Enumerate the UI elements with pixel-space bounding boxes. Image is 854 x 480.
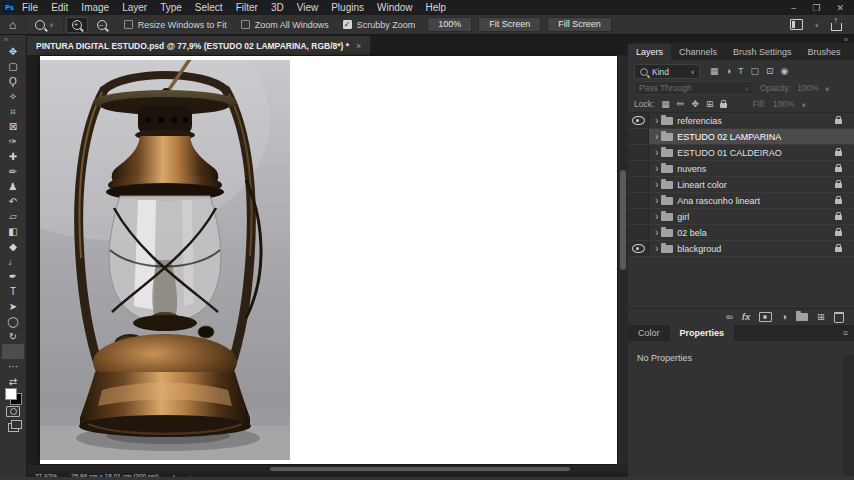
zoom-tool[interactable] [2,344,24,359]
menu-window[interactable]: Window [377,2,413,13]
screen-mode-button[interactable] [2,419,24,434]
tab-brushes[interactable]: Brushes [800,44,849,60]
menu-file[interactable]: File [22,2,38,13]
layer-row-referencias[interactable]: ›referencias [628,113,854,129]
panel-expand-icon[interactable]: » [844,36,848,43]
add-layer-mask-icon[interactable] [759,312,772,322]
filter-toggle-pin-icon[interactable]: ◉ [781,67,789,76]
vertical-scrollbar-thumb[interactable] [620,170,626,270]
eraser-tool[interactable]: ▱ [2,209,24,224]
visibility-toggle[interactable] [628,177,649,192]
rotate-view-tool[interactable]: ↻ [2,329,24,344]
menu-plugins[interactable]: Plugins [331,2,364,13]
lasso-tool[interactable]: Ϙ [2,74,24,89]
group-chevron-icon[interactable]: › [655,164,658,174]
layer-row-estudo-01-caldeirao[interactable]: ›ESTUDO 01 CALDEIRAO [628,145,854,161]
100-button[interactable]: 100% [427,17,472,32]
window-minimize-button[interactable]: – [791,3,796,13]
tab-channels[interactable]: Channels [671,44,725,60]
workspace-switcher-icon[interactable] [790,19,803,30]
home-icon[interactable]: ⌂ [0,18,26,32]
filter-pixel-layers-icon[interactable]: ▦ [710,67,719,76]
fill-screen-button[interactable]: Fill Screen [547,17,612,32]
menu-edit[interactable]: Edit [51,2,68,13]
option-resize-windows-to-fit[interactable]: Resize Windows to Fit [124,20,227,30]
foreground-color-swatch[interactable] [5,388,17,400]
group-chevron-icon[interactable]: › [655,196,658,206]
blur-tool[interactable]: ◆ [2,239,24,254]
group-chevron-icon[interactable]: › [655,132,658,142]
move-tool[interactable]: ✥ [2,44,24,59]
group-chevron-icon[interactable]: › [655,148,658,158]
quick-selection-tool[interactable]: ✧ [2,89,24,104]
layer-effects-icon[interactable]: fx [742,312,750,322]
brush-tool[interactable]: ✏ [2,164,24,179]
option-scrubby-zoom[interactable]: ✓Scrubby Zoom [343,20,416,30]
visibility-toggle[interactable] [628,209,649,224]
checkbox-scrubby-zoom[interactable]: ✓ [343,20,352,29]
visibility-toggle[interactable] [628,193,649,208]
group-chevron-icon[interactable]: › [655,180,658,190]
close-tab-icon[interactable]: × [356,41,361,51]
path-selection-tool[interactable]: ➤ [2,299,24,314]
link-layers-icon[interactable]: ∞ [726,312,733,322]
layer-row-lineart-color[interactable]: ›Lineart color [628,177,854,193]
layer-row-02-bela[interactable]: ›02 bela [628,225,854,241]
new-group-icon[interactable] [796,313,808,321]
history-brush-tool[interactable]: ↶ [2,194,24,209]
tab-properties[interactable]: Properties [670,325,735,341]
layer-row-blackgroud[interactable]: ›blackgroud [628,241,854,257]
fit-screen-button[interactable]: Fit Screen [478,17,541,32]
panel-menu-icon[interactable]: ≡ [849,47,854,60]
menu-view[interactable]: View [297,2,319,13]
tab-color[interactable]: Color [628,325,670,341]
vertical-scrollbar[interactable] [618,55,628,465]
group-chevron-icon[interactable]: › [655,228,658,238]
lock-position-icon[interactable]: ✥ [691,100,699,109]
healing-brush-tool[interactable]: ✚ [2,149,24,164]
gradient-tool[interactable]: ◧ [2,224,24,239]
fill-value[interactable]: 100% [773,99,795,109]
filter-smart-objects-icon[interactable]: ⊡ [766,67,774,76]
menu-layer[interactable]: Layer [122,2,147,13]
visibility-toggle[interactable] [628,241,649,256]
tool-preset-dropdown[interactable]: ∨ [26,20,63,30]
adjustment-layer-icon[interactable]: ◑ [781,312,787,322]
lock-transparency-icon[interactable]: ▦ [661,100,670,109]
option-zoom-all-windows[interactable]: Zoom All Windows [241,20,329,30]
filter-shape-layers-icon[interactable]: ▢ [750,67,759,76]
group-chevron-icon[interactable]: › [655,212,658,222]
workspace-caret-icon[interactable]: ∨ [815,21,819,28]
panel-menu-icon[interactable]: ≡ [837,328,854,341]
menu-3d[interactable]: 3D [271,2,284,13]
visibility-toggle[interactable] [628,225,649,240]
filter-kind-dropdown[interactable]: Kind ∨ [634,64,700,79]
visibility-toggle[interactable] [628,129,649,144]
eyedropper-tool[interactable]: ✑ [2,134,24,149]
swap-colors-button[interactable]: ⇄ [2,374,24,389]
marquee-tool[interactable]: ▢ [2,59,24,74]
frame-tool[interactable]: ⊠ [2,119,24,134]
menu-type[interactable]: Type [160,2,182,13]
document-tab[interactable]: PINTURA DIGITAL ESTUDO.psd @ 77,9% (ESTU… [27,36,370,55]
menu-image[interactable]: Image [81,2,109,13]
pen-tool[interactable]: ✒ [2,269,24,284]
window-close-button[interactable]: ✕ [836,3,844,13]
blend-mode-dropdown[interactable]: Pass Through ∨ [634,81,754,95]
filter-adjustment-layers-icon[interactable]: ◑ [726,67,731,76]
group-chevron-icon[interactable]: › [655,116,658,126]
filter-type-layers-icon[interactable]: T [738,67,744,76]
visibility-toggle[interactable] [628,145,649,160]
new-layer-icon[interactable]: ⊞ [817,312,825,322]
quick-mask-button[interactable] [2,404,24,419]
layer-row-ana-rascunho-lineart[interactable]: ›Ana rascunho lineart [628,193,854,209]
toolbar-expand-icon[interactable]: » [0,35,8,44]
crop-tool[interactable]: ⌗ [2,104,24,119]
menu-filter[interactable]: Filter [236,2,258,13]
lock-all-icon[interactable] [720,103,727,108]
lock-artboard-icon[interactable]: ⊞ [706,100,714,109]
color-swatches[interactable] [2,389,24,404]
visibility-toggle[interactable] [628,113,649,128]
lock-paint-icon[interactable]: ✏ [677,100,685,109]
window-restore-button[interactable]: ❐ [812,3,820,13]
